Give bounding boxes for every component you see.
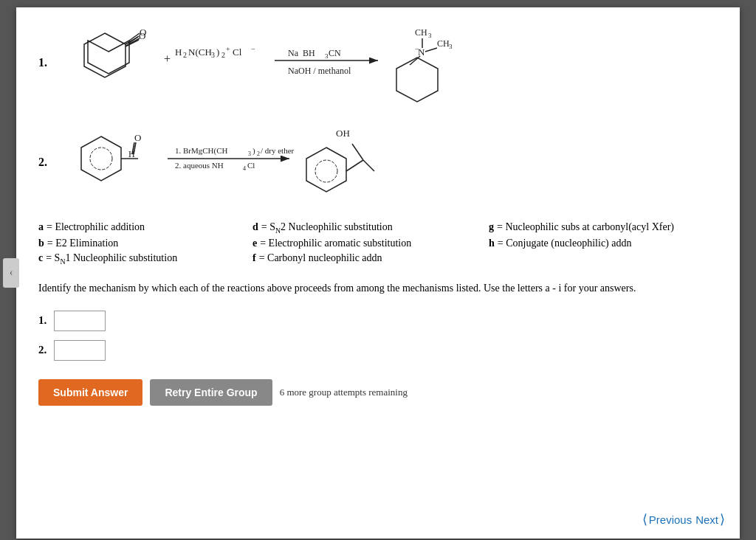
- svg-point-37: [90, 148, 112, 170]
- svg-text:BH: BH: [303, 48, 315, 58]
- reaction-2-row: 2. H O: [38, 125, 718, 199]
- svg-text:+: +: [164, 52, 171, 65]
- svg-text:1. BrMgCH(CH: 1. BrMgCH(CH: [175, 146, 228, 156]
- svg-text:CH: CH: [415, 27, 427, 38]
- mech-b: b = E2 Elimination: [38, 238, 245, 249]
- attempts-remaining-text: 6 more group attempts remaining: [280, 387, 408, 398]
- svg-text:): ): [216, 46, 219, 58]
- previous-label: Previous: [649, 513, 692, 526]
- reaction-1-svg: O O + H 2 N(CH 3 ) 2: [61, 22, 518, 103]
- svg-text:+: +: [226, 45, 230, 53]
- svg-text:3: 3: [248, 150, 251, 157]
- next-label: Next: [695, 513, 718, 526]
- svg-text:2: 2: [257, 150, 260, 157]
- mech-h-label: h: [489, 238, 495, 249]
- svg-text:OH: OH: [336, 128, 350, 139]
- mech-a-label: a: [38, 221, 44, 233]
- svg-text:2: 2: [183, 51, 187, 59]
- chevron-left-icon: ⟨: [642, 511, 647, 527]
- svg-text:2. aqueous NH: 2. aqueous NH: [175, 161, 224, 170]
- retry-group-button[interactable]: Retry Entire Group: [150, 379, 272, 406]
- svg-text:Na: Na: [288, 48, 299, 58]
- mech-c-label: c: [38, 252, 43, 264]
- svg-text:−: −: [415, 45, 419, 53]
- mech-g-label: g: [489, 221, 494, 233]
- left-scroll-arrow[interactable]: ‹: [3, 258, 19, 288]
- question-text: Identify the mechanism by which each of …: [38, 280, 718, 296]
- buttons-row: Submit Answer Retry Entire Group 6 more …: [38, 379, 718, 406]
- answer-1-row: 1.: [38, 311, 718, 331]
- svg-text:H: H: [175, 46, 182, 58]
- submit-answer-button[interactable]: Submit Answer: [38, 379, 142, 406]
- svg-marker-36: [81, 136, 121, 181]
- mech-a: a = Electrophilic addition: [38, 221, 245, 235]
- answer-2-input[interactable]: [54, 340, 106, 361]
- main-page: ‹ 1. O: [16, 7, 740, 539]
- mech-d-label: d: [252, 221, 258, 233]
- mech-d-text: = SN2 Nucleophilic substitution: [261, 221, 393, 235]
- mech-c: c = SN1 Nucleophilic substitution: [38, 252, 245, 266]
- svg-text:3: 3: [211, 51, 215, 59]
- svg-line-56: [346, 160, 363, 171]
- svg-marker-35: [396, 58, 438, 102]
- mech-b-label: b: [38, 238, 44, 249]
- svg-text:Cl: Cl: [233, 46, 242, 58]
- reaction-2-number: 2.: [38, 156, 61, 169]
- svg-line-31: [425, 48, 437, 52]
- mech-d: d = SN2 Nucleophilic substitution: [252, 221, 481, 235]
- mech-h-text: = Conjugate (nucleophilic) addn: [498, 238, 632, 249]
- svg-text:O: O: [140, 27, 146, 38]
- previous-button[interactable]: ⟨ Previous: [642, 511, 692, 527]
- svg-marker-54: [306, 148, 346, 192]
- mech-e-text: = Electrophilic aromatic substitution: [260, 238, 411, 249]
- svg-text:N(CH: N(CH: [188, 46, 212, 58]
- mech-h: h = Conjugate (nucleophilic) addn: [489, 238, 718, 249]
- svg-text:CN: CN: [329, 48, 341, 58]
- reactions-section: 1. O: [38, 22, 718, 199]
- svg-text:): ): [252, 146, 255, 156]
- mech-g-text: = Nucleophilic subs at carbonyl(acyl Xfe…: [497, 221, 674, 233]
- svg-text:3: 3: [449, 43, 453, 50]
- svg-marker-0: [84, 33, 126, 77]
- svg-point-55: [315, 160, 337, 182]
- svg-line-57: [352, 144, 363, 160]
- svg-text:Cl: Cl: [247, 161, 255, 170]
- svg-text:NaOH / methanol: NaOH / methanol: [288, 66, 351, 76]
- chevron-right-icon: ⟩: [720, 511, 725, 527]
- mech-f-label: f: [252, 252, 256, 264]
- svg-text:/ dry ether: / dry ether: [261, 146, 295, 155]
- reaction-1-number: 1.: [38, 56, 61, 69]
- answer-1-label: 1.: [38, 314, 47, 327]
- mechanisms-legend: a = Electrophilic addition d = SN2 Nucle…: [38, 221, 718, 266]
- navigation-section: ⟨ Previous Next ⟩: [642, 511, 725, 527]
- svg-text:3: 3: [428, 32, 432, 39]
- mech-g: g = Nucleophilic subs at carbonyl(acyl X…: [489, 221, 718, 235]
- mech-f: f = Carbonyl nucleophilic addn: [252, 252, 481, 266]
- svg-text:O: O: [134, 132, 141, 143]
- reaction-2-svg: H O 1. BrMgCH(CH 3 ) 2 / dry ether: [61, 125, 518, 199]
- reaction-1-row: 1. O: [38, 22, 718, 103]
- next-button[interactable]: Next ⟩: [695, 511, 725, 527]
- answer-2-row: 2.: [38, 340, 718, 361]
- answer-1-input[interactable]: [54, 311, 106, 331]
- mech-e-label: e: [252, 238, 257, 249]
- svg-text:4: 4: [243, 165, 246, 172]
- mech-b-text: = E2 Elimination: [47, 238, 119, 249]
- mech-c-text: = SN1 Nucleophilic substitution: [46, 252, 177, 266]
- svg-text:−: −: [251, 45, 255, 53]
- mech-e: e = Electrophilic aromatic substitution: [252, 238, 481, 249]
- answer-2-label: 2.: [38, 344, 47, 356]
- svg-line-58: [363, 160, 374, 171]
- mech-f-text: = Carbonyl nucleophilic addn: [259, 252, 382, 264]
- svg-text:2: 2: [221, 51, 225, 59]
- mech-a-text: = Electrophilic addition: [47, 221, 145, 233]
- svg-marker-5: [88, 41, 129, 74]
- svg-text:CH: CH: [437, 38, 450, 49]
